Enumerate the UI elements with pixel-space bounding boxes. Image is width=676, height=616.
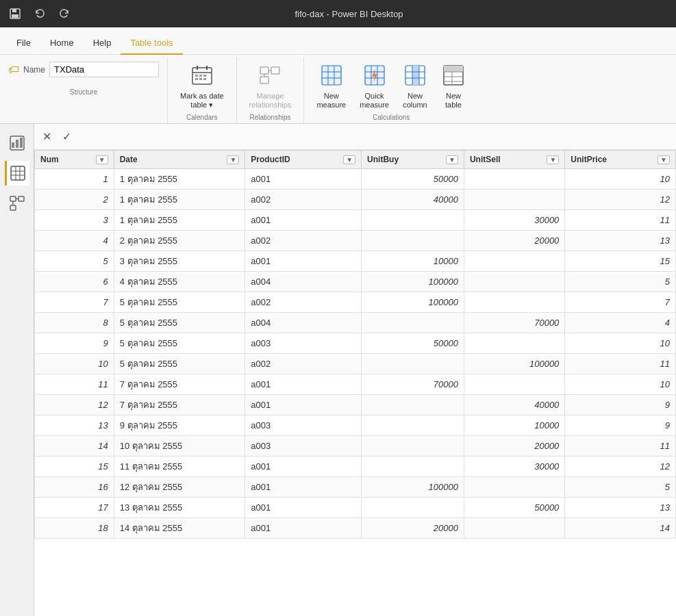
- table-row: 1814 ตุลาคม 2555a0012000014: [35, 518, 676, 539]
- col-unitprice: UnitPrice ▼: [565, 151, 676, 169]
- cell-unitprice: 10: [565, 169, 676, 190]
- mark-date-table-label: Mark as datetable ▾: [180, 92, 224, 110]
- cell-unitbuy: 100000: [362, 292, 464, 313]
- title-bar-left: [8, 7, 71, 21]
- cell-date: 5 ตุลาคม 2555: [114, 313, 245, 333]
- col-num-filter[interactable]: ▼: [96, 155, 108, 164]
- tab-tabletools[interactable]: Table tools: [121, 32, 182, 55]
- cell-productid: a003: [245, 333, 362, 354]
- cell-date: 10 ตุลาคม 2555: [114, 436, 245, 457]
- col-productid-filter[interactable]: ▼: [343, 155, 355, 164]
- formula-confirm-button[interactable]: ✓: [60, 129, 74, 144]
- cell-unitsell: [464, 374, 564, 395]
- svg-rect-14: [271, 67, 279, 74]
- new-column-button[interactable]: Newcolumn: [397, 60, 433, 112]
- cell-unitsell: [464, 477, 564, 498]
- sidebar-item-report[interactable]: [5, 131, 29, 155]
- name-input[interactable]: [49, 62, 159, 77]
- cell-productid: a001: [245, 498, 362, 518]
- svg-rect-8: [199, 75, 202, 77]
- cell-date: 13 ตุลาคม 2555: [114, 498, 245, 518]
- cell-unitprice: 12: [565, 457, 676, 477]
- cell-unitprice: 11: [565, 354, 676, 374]
- redo-icon[interactable]: [58, 7, 71, 21]
- col-date-filter[interactable]: ▼: [227, 155, 239, 164]
- cell-productid: a001: [245, 374, 362, 395]
- cell-unitsell: [464, 190, 564, 210]
- name-row: 🏷 Name: [8, 62, 159, 77]
- svg-rect-51: [18, 196, 24, 201]
- quick-measure-button[interactable]: Quickmeasure: [354, 60, 395, 112]
- undo-icon[interactable]: [33, 7, 47, 21]
- table-row: 117 ตุลาคม 2555a0017000010: [35, 374, 676, 395]
- quick-measure-icon: [362, 63, 387, 90]
- table-row: 31 ตุลาคม 2555a0013000011: [35, 210, 676, 231]
- col-unitprice-label: UnitPrice: [571, 155, 607, 164]
- cell-unitbuy: 50000: [362, 333, 464, 354]
- table-row: 139 ตุลาคม 2555a003100009: [35, 415, 676, 436]
- table-row: 53 ตุลาคม 2555a0011000015: [35, 251, 676, 272]
- col-date: Date ▼: [114, 151, 245, 169]
- calculations-content: Newmeasure Quickmeasure: [311, 57, 471, 114]
- mark-as-date-table-button[interactable]: Mark as datetable ▾: [175, 60, 229, 112]
- manage-relationships-button[interactable]: Managerelationships: [244, 60, 297, 112]
- formula-cancel-button[interactable]: ✕: [40, 129, 54, 144]
- col-productid-label: ProductID: [251, 155, 290, 164]
- cell-unitsell: 20000: [464, 231, 564, 251]
- tab-home[interactable]: Home: [40, 32, 84, 55]
- cell-unitprice: 14: [565, 518, 676, 539]
- cell-unitsell: 40000: [464, 395, 564, 415]
- cell-unitsell: [464, 333, 564, 354]
- new-measure-button[interactable]: Newmeasure: [311, 60, 351, 112]
- svg-rect-11: [199, 78, 202, 80]
- svg-rect-52: [10, 205, 16, 210]
- cell-unitprice: 11: [565, 436, 676, 457]
- save-icon[interactable]: [8, 7, 22, 21]
- quick-measure-label: Quickmeasure: [360, 92, 389, 110]
- cell-unitbuy: [362, 354, 464, 374]
- cell-productid: a002: [245, 231, 362, 251]
- col-unitsell-label: UnitSell: [470, 155, 501, 164]
- svg-rect-9: [203, 75, 206, 77]
- cell-productid: a001: [245, 251, 362, 272]
- sidebar: [0, 124, 34, 616]
- col-unitprice-filter[interactable]: ▼: [658, 155, 670, 164]
- cell-unitsell: 50000: [464, 498, 564, 518]
- svg-rect-13: [260, 67, 268, 74]
- cell-productid: a001: [245, 395, 362, 415]
- cell-date: 2 ตุลาคม 2555: [114, 231, 245, 251]
- col-unitsell-filter[interactable]: ▼: [547, 155, 559, 164]
- new-measure-icon: [319, 63, 344, 90]
- new-table-button[interactable]: Newtable: [436, 60, 471, 112]
- cell-unitprice: 7: [565, 292, 676, 313]
- cell-unitbuy: [362, 313, 464, 333]
- cell-productid: a002: [245, 292, 362, 313]
- sidebar-item-data[interactable]: [5, 161, 29, 185]
- name-label: Name: [23, 65, 45, 75]
- cell-unitsell: 100000: [464, 354, 564, 374]
- cell-date: 12 ตุลาคม 2555: [114, 477, 245, 498]
- svg-rect-10: [195, 78, 198, 80]
- cell-unitsell: 10000: [464, 415, 564, 436]
- table-wrapper[interactable]: Num ▼ Date ▼ ProductID: [34, 150, 676, 616]
- sidebar-item-model[interactable]: [5, 191, 29, 216]
- table-row: 75 ตุลาคม 2555a0021000007: [35, 292, 676, 313]
- col-unitbuy-filter[interactable]: ▼: [446, 155, 458, 164]
- svg-rect-15: [260, 77, 268, 84]
- cell-productid: a001: [245, 210, 362, 231]
- cell-date: 3 ตุลาคม 2555: [114, 251, 245, 272]
- cell-unitbuy: [362, 395, 464, 415]
- cell-unitprice: 12: [565, 190, 676, 210]
- cell-date: 1 ตุลาคม 2555: [114, 169, 245, 190]
- cell-unitprice: 13: [565, 231, 676, 251]
- cell-unitbuy: 70000: [362, 374, 464, 395]
- table-row: 1511 ตุลาคม 2555a0013000012: [35, 457, 676, 477]
- cell-unitsell: [464, 272, 564, 292]
- svg-rect-42: [12, 142, 14, 148]
- svg-rect-43: [16, 140, 18, 148]
- tab-help[interactable]: Help: [84, 32, 121, 55]
- tab-file[interactable]: File: [7, 32, 40, 55]
- svg-rect-44: [20, 138, 23, 148]
- svg-rect-18: [322, 66, 341, 85]
- svg-rect-50: [10, 196, 16, 201]
